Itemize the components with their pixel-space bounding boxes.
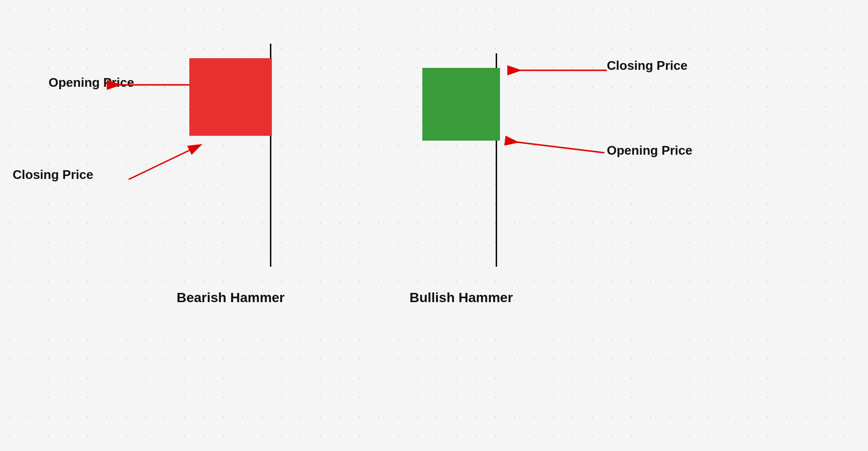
bearish-closing-price-label: Closing Price xyxy=(13,167,93,182)
bearish-lower-wick xyxy=(270,136,271,267)
bearish-closing-arrow xyxy=(129,150,189,179)
bearish-body xyxy=(189,58,272,136)
bullish-opening-arrow xyxy=(505,141,604,153)
bullish-label: Bullish Hammer xyxy=(409,290,513,306)
bullish-candle: Bullish Hammer xyxy=(422,53,500,267)
bullish-lower-wick xyxy=(496,141,497,267)
diagram-container: Bearish Hammer Bullish Hammer Opening Pr… xyxy=(0,0,868,451)
bearish-opening-price-label: Opening Price xyxy=(49,75,134,90)
bullish-opening-price-label: Opening Price xyxy=(607,143,692,158)
bullish-closing-price-label: Closing Price xyxy=(607,58,687,73)
bearish-candle: Bearish Hammer xyxy=(189,44,272,267)
bullish-body xyxy=(422,68,500,141)
bearish-upper-wick xyxy=(270,44,271,58)
bearish-label: Bearish Hammer xyxy=(177,290,285,306)
bullish-upper-wick xyxy=(496,53,497,68)
